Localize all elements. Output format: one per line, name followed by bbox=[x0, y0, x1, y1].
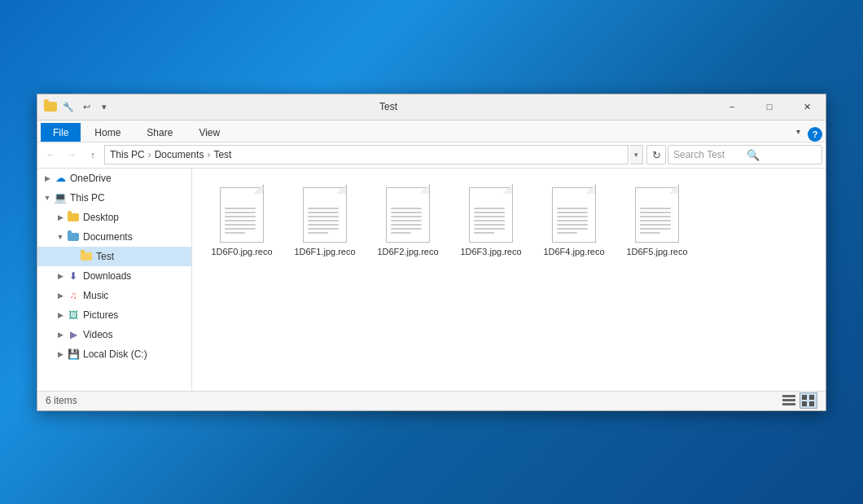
back-button[interactable]: ← bbox=[41, 145, 60, 164]
path-part-1: This PC bbox=[110, 149, 145, 160]
file-name-4: 1D6F4.jpg.reco bbox=[543, 246, 604, 257]
address-dropdown-btn[interactable]: ▾ bbox=[630, 145, 643, 164]
svg-rect-5 bbox=[802, 401, 807, 406]
file-icon-0 bbox=[217, 184, 266, 243]
nav-label-documents: Documents bbox=[83, 231, 133, 243]
tab-view[interactable]: View bbox=[186, 123, 232, 142]
videos-icon: ▶ bbox=[67, 328, 80, 341]
music-icon: ♫ bbox=[67, 289, 80, 302]
file-item[interactable]: 1D6F3.jpg.reco bbox=[454, 178, 528, 261]
file-item[interactable]: 1D6F0.jpg.reco bbox=[205, 178, 278, 261]
file-explorer-window: 🔧 ↩ ▾ Test − □ ✕ File Home Share View ▾ … bbox=[37, 94, 826, 411]
nav-item-desktop[interactable]: ▶ Desktop bbox=[37, 208, 191, 227]
title-bar: 🔧 ↩ ▾ Test − □ ✕ bbox=[37, 94, 826, 121]
expand-desktop[interactable]: ▶ bbox=[54, 211, 67, 224]
nav-label-downloads: Downloads bbox=[83, 270, 131, 282]
main-area: ▶ ☁ OneDrive ▼ 💻 This PC ▶ Desktop ▼ Doc… bbox=[37, 169, 826, 391]
nav-item-this-pc[interactable]: ▼ 💻 This PC bbox=[37, 188, 191, 208]
tab-home[interactable]: Home bbox=[82, 123, 133, 142]
svg-rect-1 bbox=[782, 399, 795, 401]
nav-item-local-disk[interactable]: ▶ 💾 Local Disk (C:) bbox=[37, 344, 191, 364]
svg-rect-2 bbox=[782, 403, 795, 405]
nav-label-this-pc: This PC bbox=[70, 192, 105, 204]
file-icon-5 bbox=[633, 184, 681, 243]
details-view-btn[interactable] bbox=[780, 392, 798, 409]
address-path-bar[interactable]: This PC › Documents › Test bbox=[104, 145, 629, 164]
svg-rect-4 bbox=[809, 395, 814, 400]
file-item[interactable]: 1D6F1.jpg.reco bbox=[288, 178, 361, 261]
address-bar: ← → ↑ This PC › Documents › Test ▾ ↻ Sea… bbox=[37, 142, 826, 169]
window-controls: − □ ✕ bbox=[713, 94, 826, 120]
expand-documents[interactable]: ▼ bbox=[54, 230, 67, 243]
nav-label-videos: Videos bbox=[83, 329, 112, 340]
nav-item-test[interactable]: ▶ Test bbox=[37, 247, 191, 266]
file-item[interactable]: 1D6F4.jpg.reco bbox=[537, 178, 611, 261]
expand-videos[interactable]: ▶ bbox=[54, 328, 67, 341]
maximize-button[interactable]: □ bbox=[751, 94, 788, 120]
nav-item-downloads[interactable]: ▶ ⬇ Downloads bbox=[37, 266, 191, 286]
nav-label-pictures: Pictures bbox=[83, 309, 118, 321]
minimize-button[interactable]: − bbox=[713, 94, 751, 120]
file-name-1: 1D6F1.jpg.reco bbox=[294, 246, 355, 257]
nav-label-music: Music bbox=[83, 290, 108, 301]
svg-rect-3 bbox=[802, 395, 807, 400]
file-icon-4 bbox=[550, 184, 598, 243]
nav-label-local-disk: Local Disk (C:) bbox=[83, 348, 147, 360]
window-title: Test bbox=[64, 101, 713, 112]
window-icon bbox=[44, 100, 57, 113]
search-placeholder: Search Test bbox=[673, 149, 743, 160]
close-button[interactable]: ✕ bbox=[788, 94, 826, 120]
expand-downloads[interactable]: ▶ bbox=[54, 270, 67, 283]
ribbon-help-btn[interactable]: ? bbox=[808, 127, 822, 142]
onedrive-icon: ☁ bbox=[54, 172, 67, 185]
file-content-area: 1D6F0.jpg.reco 1D6F1.jpg.reco bbox=[192, 169, 826, 391]
path-part-2: Documents bbox=[155, 149, 204, 160]
file-name-3: 1D6F3.jpg.reco bbox=[460, 246, 521, 257]
disk-icon: 💾 bbox=[67, 348, 80, 361]
item-count: 6 items bbox=[46, 395, 77, 406]
expand-onedrive[interactable]: ▶ bbox=[41, 172, 54, 185]
nav-item-onedrive[interactable]: ▶ ☁ OneDrive bbox=[37, 169, 191, 188]
expand-local-disk[interactable]: ▶ bbox=[54, 348, 67, 361]
nav-label-onedrive: OneDrive bbox=[70, 173, 112, 184]
forward-button[interactable]: → bbox=[62, 145, 81, 164]
search-box[interactable]: Search Test 🔍 bbox=[668, 145, 822, 164]
nav-item-documents[interactable]: ▼ Documents bbox=[37, 227, 191, 247]
tab-file[interactable]: File bbox=[41, 123, 81, 142]
tab-share[interactable]: Share bbox=[134, 123, 185, 142]
search-icon[interactable]: 🔍 bbox=[747, 149, 817, 161]
file-name-2: 1D6F2.jpg.reco bbox=[377, 246, 438, 257]
file-icon-3 bbox=[467, 184, 515, 243]
path-arrow-2: › bbox=[207, 149, 210, 160]
ribbon-expand-btn[interactable]: ▾ bbox=[788, 122, 808, 142]
pictures-icon: 🖼 bbox=[67, 309, 80, 322]
file-icon-1 bbox=[300, 184, 349, 243]
large-icons-view-btn[interactable] bbox=[799, 392, 817, 409]
view-toggle-buttons bbox=[780, 392, 817, 409]
file-item[interactable]: 1D6F5.jpg.reco bbox=[620, 178, 694, 261]
nav-label-desktop: Desktop bbox=[83, 212, 119, 223]
downloads-icon: ⬇ bbox=[67, 270, 80, 283]
status-bar: 6 items bbox=[37, 391, 826, 410]
expand-music[interactable]: ▶ bbox=[54, 289, 67, 302]
svg-rect-6 bbox=[809, 401, 814, 406]
nav-item-music[interactable]: ▶ ♫ Music bbox=[37, 286, 191, 305]
nav-label-test: Test bbox=[96, 251, 114, 262]
nav-item-videos[interactable]: ▶ ▶ Videos bbox=[37, 325, 191, 344]
up-button[interactable]: ↑ bbox=[83, 145, 103, 164]
desktop-folder-icon bbox=[67, 211, 80, 224]
path-part-3: Test bbox=[213, 149, 231, 160]
refresh-button[interactable]: ↻ bbox=[646, 145, 666, 164]
expand-this-pc[interactable]: ▼ bbox=[41, 191, 54, 204]
computer-icon: 💻 bbox=[54, 191, 67, 204]
ribbon: File Home Share View ▾ ? bbox=[37, 121, 826, 142]
file-name-5: 1D6F5.jpg.reco bbox=[626, 246, 687, 257]
nav-item-pictures[interactable]: ▶ 🖼 Pictures bbox=[37, 305, 191, 325]
svg-rect-0 bbox=[782, 395, 795, 397]
file-item[interactable]: 1D6F2.jpg.reco bbox=[371, 178, 445, 261]
documents-folder-icon bbox=[67, 230, 80, 243]
test-folder-icon bbox=[80, 250, 93, 263]
expand-pictures[interactable]: ▶ bbox=[54, 309, 67, 322]
path-segments: This PC › Documents › Test bbox=[110, 149, 231, 160]
navigation-pane: ▶ ☁ OneDrive ▼ 💻 This PC ▶ Desktop ▼ Doc… bbox=[37, 169, 192, 391]
